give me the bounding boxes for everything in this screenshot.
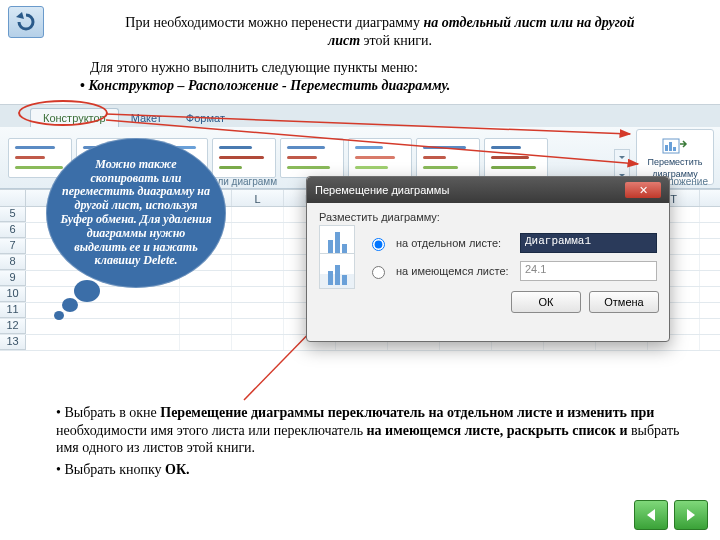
style-thumb[interactable]: [416, 138, 480, 178]
red-oval-annotation: [18, 100, 108, 126]
existing-sheet-select[interactable]: 24.1: [520, 261, 657, 281]
nav-prev-button[interactable]: [634, 500, 668, 530]
style-thumb[interactable]: [348, 138, 412, 178]
ribbon-tabs: Конструктор Макет Формат: [0, 105, 720, 127]
move-chart-icon: [662, 135, 688, 155]
callout-text: Можно также скопировать или переместить …: [46, 138, 226, 288]
tab-format[interactable]: Формат: [174, 109, 237, 127]
dialog-title: Перемещение диаграммы: [315, 184, 449, 196]
menu-path-text: Конструктор – Расположение - Переместить…: [80, 78, 450, 94]
opt1-label: на отдельном листе:: [396, 237, 512, 249]
subtitle-text: Для этого нужно выполнить следующие пунк…: [90, 60, 650, 76]
next-arrow-icon: [683, 507, 699, 523]
instruction-2: Выбрать кнопку ОК.: [56, 461, 680, 479]
ok-button[interactable]: ОК: [511, 291, 581, 313]
dialog-close-button[interactable]: ✕: [625, 182, 661, 198]
svg-rect-3: [673, 147, 676, 151]
svg-rect-2: [669, 142, 672, 151]
back-arrow-icon: [14, 12, 38, 32]
style-thumb[interactable]: [484, 138, 548, 178]
thought-bubble-callout: Можно также скопировать или переместить …: [46, 138, 236, 306]
radio-new-sheet[interactable]: [372, 238, 385, 251]
instructions: Выбрать в окне Перемещение диаграммы пер…: [40, 404, 680, 482]
opt2-label: на имеющемся листе:: [396, 265, 512, 277]
move-chart-dialog: Перемещение диаграммы ✕ Разместить диагр…: [306, 176, 670, 342]
existing-sheet-icon: [319, 253, 355, 289]
style-thumb[interactable]: [280, 138, 344, 178]
title-text: При необходимости можно перенести диагра…: [110, 14, 650, 49]
prev-arrow-icon: [643, 507, 659, 523]
dialog-prompt: Разместить диаграмму:: [319, 211, 657, 223]
new-sheet-name-field[interactable]: Диаграмма1: [520, 233, 657, 253]
nav-back-button[interactable]: [8, 6, 44, 38]
svg-rect-1: [665, 145, 668, 151]
cancel-button[interactable]: Отмена: [589, 291, 659, 313]
instruction-1: Выбрать в окне Перемещение диаграммы пер…: [56, 404, 680, 457]
tab-layout[interactable]: Макет: [119, 109, 174, 127]
move-label-1: Переместить: [647, 157, 702, 167]
radio-existing-sheet[interactable]: [372, 266, 385, 279]
nav-next-button[interactable]: [674, 500, 708, 530]
